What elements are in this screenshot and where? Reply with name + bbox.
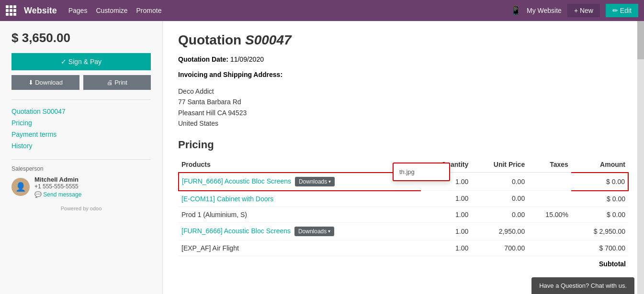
send-message-link[interactable]: 💬 Send message [34,191,81,198]
product-name: Prod 1 (Aluminium, S) [181,211,247,218]
product-cell: [FURN_6666] Acoustic Bloc Screens Downlo… [179,173,421,191]
powered-by: Powered by odoo [11,206,151,211]
amount-cell: $ 0.00 [571,191,628,207]
quotation-meta: Quotation Date: 11/09/2020 [178,55,629,63]
chat-widget[interactable]: Have a Question? Chat with us. [531,277,634,294]
content-area: Quotation S00047 Quotation Date: 11/09/2… [163,21,644,294]
downloads-dropdown: th.jpg [393,163,450,181]
quotation-date: Quotation Date: 11/09/2020 [178,55,629,63]
edit-button[interactable]: ✏ Edit [606,4,638,17]
product-cell: Prod 1 (Aluminium, S) [179,207,421,222]
avatar: 👤 [11,178,30,196]
salesperson-name: Mitchell Admin [34,176,81,183]
address-block: Deco Addict 77 Santa Barbara Rd Pleasant… [178,86,629,129]
address-section: Invoicing and Shipping Address: [178,71,629,78]
quantity-cell: 1.00 [421,207,471,222]
salesperson-info: 👤 Mitchell Admin +1 555-555-5555 💬 Send … [11,176,151,198]
sidebar-item-quotation[interactable]: Quotation S00047 [11,106,151,117]
product-link[interactable]: [FURN_6666] Acoustic Bloc Screens [182,177,291,185]
product-cell: [EXP_AF] Air Flight [179,240,421,256]
col-products: Products [179,157,421,173]
subtotal-label: Subtotal [599,260,626,268]
amount-cell: $ 700.00 [571,240,628,256]
my-website-dropdown[interactable]: My Website [527,7,562,14]
salesperson-phone: +1 555-555-5555 [34,183,81,190]
chat-label: Have a Question? Chat with us. [539,282,627,289]
col-unit-price: Unit Price [471,157,528,173]
nav-right: 📱 My Website + New ✏ Edit [510,4,638,17]
sidebar-item-history[interactable]: History [11,140,151,152]
product-name: [EXP_AF] Air Flight [181,244,239,252]
sidebar-nav: Quotation S00047 Pricing Payment terms H… [11,99,151,152]
nav-pages[interactable]: Pages [68,7,88,14]
unit-price-cell: 700.00 [471,240,528,256]
unit-price-cell: 2,950.00 [471,222,528,240]
unit-price-cell: 0.00 [471,191,528,207]
table-row: [FURN_6666] Acoustic Bloc Screens Downlo… [179,222,628,240]
new-button[interactable]: + New [567,4,600,17]
unit-price-cell: 0.00 [471,207,528,222]
col-amount: Amount [571,157,628,173]
sidebar-item-payment-terms[interactable]: Payment terms [11,129,151,140]
table-row: [EXP_AF] Air Flight1.00700.00$ 700.00 [179,240,628,256]
nav-customize[interactable]: Customize [96,7,127,14]
download-button[interactable]: ⬇ Download [11,75,79,90]
salesperson-details: Mitchell Admin +1 555-555-5555 💬 Send me… [34,176,81,198]
taxes-cell: 15.00% [528,207,571,222]
product-link[interactable]: [E-COM11] Cabinet with Doors [181,195,273,203]
grid-menu-icon[interactable] [6,5,16,16]
salesperson-label: Salesperson [11,165,151,172]
sidebar: $ 3,650.00 ✓ Sign & Pay ⬇ Download 🖨 Pri… [0,21,163,294]
table-row: Prod 1 (Aluminium, S)1.000.0015.00%$ 0.0… [179,207,628,222]
address-header: Invoicing and Shipping Address: [178,71,282,78]
downloads-button[interactable]: Downloads ▾ [295,177,335,186]
downloads-button[interactable]: Downloads ▾ [294,227,334,236]
subtotal-row: Subtotal [178,260,629,268]
main-layout: $ 3,650.00 ✓ Sign & Pay ⬇ Download 🖨 Pri… [0,21,644,294]
col-taxes: Taxes [528,157,571,173]
quantity-cell: 1.00 [421,222,471,240]
scrollbar-thumb[interactable] [637,21,644,59]
sign-pay-button[interactable]: ✓ Sign & Pay [11,53,151,70]
quotation-number: S00047 [245,33,292,47]
amount-cell: $ 0.00 [571,173,628,191]
download-print-row: ⬇ Download 🖨 Print [11,75,151,90]
product-cell: [FURN_6666] Acoustic Bloc Screens Downlo… [179,222,421,240]
sidebar-price: $ 3,650.00 [11,31,151,45]
print-button[interactable]: 🖨 Print [83,75,151,90]
quantity-cell: 1.00 [421,240,471,256]
product-cell: [E-COM11] Cabinet with Doors [179,191,421,207]
taxes-cell [528,240,571,256]
table-row: [E-COM11] Cabinet with Doors1.000.00$ 0.… [179,191,628,207]
amount-cell: $ 0.00 [571,207,628,222]
dropdown-file-item[interactable]: th.jpg [397,167,445,176]
nav-links: Pages Customize Promote [68,7,162,14]
top-nav: Website Pages Customize Promote 📱 My Web… [0,0,644,21]
salesperson-section: Salesperson 👤 Mitchell Admin +1 555-555-… [11,159,151,198]
taxes-cell [528,173,571,191]
taxes-cell [528,222,571,240]
quotation-title: Quotation S00047 [178,33,629,48]
brand-name: Website [24,6,57,16]
amount-cell: $ 2,950.00 [571,222,628,240]
product-link[interactable]: [FURN_6666] Acoustic Bloc Screens [181,227,291,235]
unit-price-cell: 0.00 [471,173,528,191]
taxes-cell [528,191,571,207]
sidebar-item-pricing[interactable]: Pricing [11,117,151,129]
scrollbar[interactable] [637,21,644,294]
mobile-icon[interactable]: 📱 [510,5,521,16]
quantity-cell: 1.00 [421,191,471,207]
pricing-section-title: Pricing [178,139,629,151]
nav-promote[interactable]: Promote [136,7,162,14]
